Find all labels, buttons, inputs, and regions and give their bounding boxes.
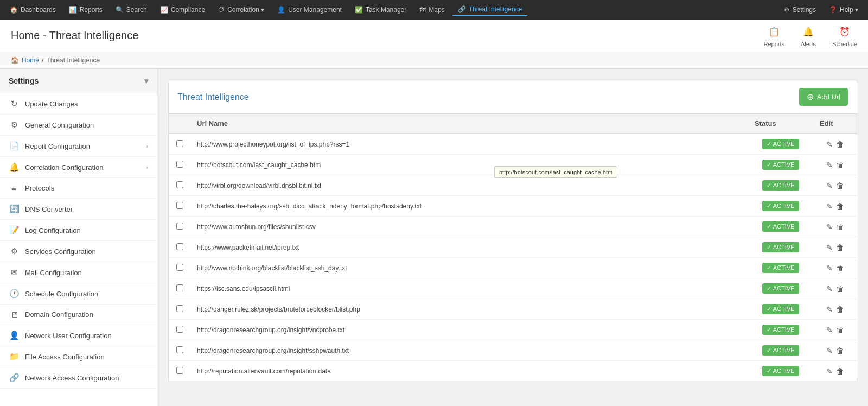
uri-cell: http://www.nothink.org/blacklist/blackli… bbox=[190, 258, 748, 278]
status-cell: ✓ ACTIVE bbox=[748, 320, 813, 340]
network-user-icon: 👤 bbox=[9, 331, 20, 340]
nav-settings[interactable]: ⚙ Settings bbox=[778, 4, 821, 16]
content-panel-title: Threat Intelligence bbox=[177, 92, 249, 102]
content-panel-header: Threat Intelligence ⊕ Add Url bbox=[169, 80, 857, 114]
nav-reports[interactable]: 📊 Reports bbox=[63, 4, 108, 16]
edit-button[interactable]: ✎ bbox=[826, 243, 833, 252]
sidebar-item-correlation-configuration[interactable]: 🔔 Correlation Configuration › bbox=[0, 157, 157, 178]
header-alerts-button[interactable]: 🔔 Alerts bbox=[801, 24, 816, 47]
nav-compliance[interactable]: 📈 Compliance bbox=[155, 4, 210, 16]
row-checkbox[interactable] bbox=[176, 284, 183, 291]
status-cell: ✓ ACTIVE bbox=[748, 237, 813, 258]
edit-button[interactable]: ✎ bbox=[826, 367, 833, 376]
edit-button[interactable]: ✎ bbox=[826, 284, 833, 293]
delete-button[interactable]: 🗑 bbox=[836, 264, 844, 272]
delete-button[interactable]: 🗑 bbox=[836, 367, 844, 376]
sidebar-item-log-configuration[interactable]: 📝 Log Configuration bbox=[0, 220, 157, 241]
edit-button[interactable]: ✎ bbox=[826, 161, 833, 169]
uri-cell: http://reputation.alienvault.com/reputat… bbox=[190, 361, 748, 382]
delete-button[interactable]: 🗑 bbox=[836, 243, 844, 252]
row-checkbox[interactable] bbox=[176, 140, 183, 147]
status-cell: ✓ ACTIVE bbox=[748, 361, 813, 382]
nav-dashboards[interactable]: 🏠 Dashboards bbox=[4, 4, 61, 16]
nav-help[interactable]: ❓ Help ▾ bbox=[824, 4, 864, 16]
nav-task-manager[interactable]: ✅ Task Manager bbox=[349, 4, 412, 16]
sidebar-item-label: Update Changes bbox=[25, 100, 78, 108]
edit-button[interactable]: ✎ bbox=[826, 140, 833, 149]
edit-button[interactable]: ✎ bbox=[826, 326, 833, 334]
header-reports-button[interactable]: 📋 Reports bbox=[763, 24, 784, 47]
nav-user-management[interactable]: 👤 User Management bbox=[272, 4, 347, 16]
table-row: http://charles.the-haleys.org/ssh_dico_a… bbox=[169, 196, 857, 217]
delete-button[interactable]: 🗑 bbox=[836, 140, 844, 149]
row-checkbox[interactable] bbox=[176, 264, 183, 271]
add-url-button[interactable]: ⊕ Add Url bbox=[799, 88, 848, 106]
sidebar-item-label: Log Configuration bbox=[25, 226, 81, 234]
row-checkbox[interactable] bbox=[176, 305, 183, 312]
reports-icon: 📋 bbox=[767, 24, 782, 39]
header-schedule-button[interactable]: ⏰ Schedule bbox=[832, 24, 857, 47]
update-changes-icon: ↻ bbox=[9, 99, 20, 109]
main-layout: Settings ▾ ↻ Update Changes ⚙ General Co… bbox=[0, 69, 868, 406]
sidebar-item-network-user-configuration[interactable]: 👤 Network User Configuration bbox=[0, 325, 157, 346]
edit-cell: ✎🗑 bbox=[813, 258, 857, 278]
nav-threat-intelligence[interactable]: 🔗 Threat Intelligence bbox=[452, 3, 528, 16]
delete-button[interactable]: 🗑 bbox=[836, 346, 844, 355]
edit-button[interactable]: ✎ bbox=[826, 264, 833, 272]
uri-cell: http://virbl.org/download/virbl.dnsbl.bi… bbox=[190, 175, 748, 196]
chevron-down-icon: ▾ bbox=[144, 77, 148, 85]
edit-cell: ✎🗑 bbox=[813, 237, 857, 258]
row-checkbox[interactable] bbox=[176, 243, 183, 250]
row-checkbox[interactable] bbox=[176, 181, 183, 188]
delete-button[interactable]: 🗑 bbox=[836, 305, 844, 314]
sidebar-item-report-configuration[interactable]: 📄 Report Configuration › bbox=[0, 136, 157, 157]
row-checkbox[interactable] bbox=[176, 326, 183, 333]
uri-cell: https://isc.sans.edu/ipsascii.html bbox=[190, 278, 748, 299]
edit-button[interactable]: ✎ bbox=[826, 202, 833, 211]
delete-button[interactable]: 🗑 bbox=[836, 202, 844, 211]
sidebar-item-dns-converter[interactable]: 🔄 DNS Converter bbox=[0, 199, 157, 220]
uri-cell: http://charles.the-haleys.org/ssh_dico_a… bbox=[190, 196, 748, 217]
breadcrumb-home-link[interactable]: Home bbox=[22, 56, 39, 64]
delete-button[interactable]: 🗑 bbox=[836, 181, 844, 190]
sidebar-item-label: General Configuration bbox=[25, 121, 94, 129]
breadcrumb-current: Threat Intelligence bbox=[46, 56, 100, 64]
row-checkbox[interactable] bbox=[176, 367, 183, 374]
status-badge: ✓ ACTIVE bbox=[762, 221, 799, 232]
table-row: http://www.nothink.org/blacklist/blackli… bbox=[169, 258, 857, 278]
row-checkbox[interactable] bbox=[176, 346, 183, 353]
edit-button[interactable]: ✎ bbox=[826, 223, 833, 231]
row-checkbox[interactable] bbox=[176, 161, 183, 168]
file-access-icon: 📁 bbox=[9, 352, 20, 361]
sidebar-item-mail-configuration[interactable]: ✉ Mail Configuration bbox=[0, 262, 157, 283]
edit-cell: ✎🗑 bbox=[813, 340, 857, 361]
delete-button[interactable]: 🗑 bbox=[836, 223, 844, 231]
uri-cell: http://danger.rulez.sk/projects/brutefor… bbox=[190, 299, 748, 320]
edit-button[interactable]: ✎ bbox=[826, 346, 833, 355]
edit-cell: ✎🗑 bbox=[813, 361, 857, 382]
delete-button[interactable]: 🗑 bbox=[836, 284, 844, 293]
sidebar: Settings ▾ ↻ Update Changes ⚙ General Co… bbox=[0, 69, 157, 406]
sidebar-item-update-changes[interactable]: ↻ Update Changes bbox=[0, 93, 157, 115]
sidebar-item-protocols[interactable]: ≡ Protocols bbox=[0, 178, 157, 199]
nav-search[interactable]: 🔍 Search bbox=[110, 4, 152, 16]
delete-button[interactable]: 🗑 bbox=[836, 326, 844, 334]
table-row: https://isc.sans.edu/ipsascii.html✓ ACTI… bbox=[169, 278, 857, 299]
content-area: Threat Intelligence ⊕ Add Url Uri Name S… bbox=[157, 69, 868, 406]
sidebar-item-services-configuration[interactable]: ⚙ Services Configuration bbox=[0, 241, 157, 262]
delete-button[interactable]: 🗑 bbox=[836, 161, 844, 169]
sidebar-item-schedule-configuration[interactable]: 🕐 Schedule Configuration bbox=[0, 283, 157, 304]
sidebar-item-general-configuration[interactable]: ⚙ General Configuration bbox=[0, 115, 157, 136]
row-checkbox[interactable] bbox=[176, 202, 183, 209]
sidebar-item-network-access-configuration[interactable]: 🔗 Network Access Configuration bbox=[0, 367, 157, 389]
sidebar-item-file-access-configuration[interactable]: 📁 File Access Configuration bbox=[0, 346, 157, 367]
sidebar-item-label: Network User Configuration bbox=[25, 332, 112, 340]
nav-maps[interactable]: 🗺 Maps bbox=[414, 4, 450, 16]
chevron-right-icon: › bbox=[146, 143, 148, 149]
edit-button[interactable]: ✎ bbox=[826, 305, 833, 314]
row-checkbox[interactable] bbox=[176, 223, 183, 230]
sidebar-item-domain-configuration[interactable]: 🖥 Domain Configuration bbox=[0, 304, 157, 325]
breadcrumb-separator: / bbox=[42, 56, 43, 64]
edit-button[interactable]: ✎ bbox=[826, 181, 833, 190]
nav-correlation[interactable]: ⏱ Correlation ▾ bbox=[213, 4, 270, 16]
